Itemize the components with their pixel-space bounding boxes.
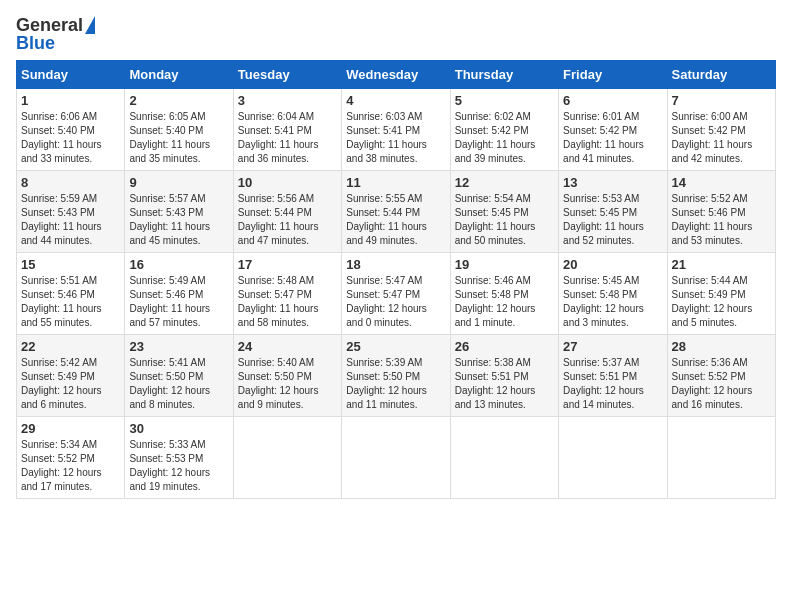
day-info: Sunrise: 5:48 AM Sunset: 5:47 PM Dayligh… xyxy=(238,274,337,330)
day-info: Sunrise: 5:57 AM Sunset: 5:43 PM Dayligh… xyxy=(129,192,228,248)
calendar-week-2: 8Sunrise: 5:59 AM Sunset: 5:43 PM Daylig… xyxy=(17,171,776,253)
day-info: Sunrise: 6:03 AM Sunset: 5:41 PM Dayligh… xyxy=(346,110,445,166)
day-info: Sunrise: 5:36 AM Sunset: 5:52 PM Dayligh… xyxy=(672,356,771,412)
day-number: 28 xyxy=(672,339,771,354)
calendar-cell xyxy=(342,417,450,499)
day-number: 1 xyxy=(21,93,120,108)
calendar-cell: 21Sunrise: 5:44 AM Sunset: 5:49 PM Dayli… xyxy=(667,253,775,335)
calendar-cell: 16Sunrise: 5:49 AM Sunset: 5:46 PM Dayli… xyxy=(125,253,233,335)
day-info: Sunrise: 5:51 AM Sunset: 5:46 PM Dayligh… xyxy=(21,274,120,330)
calendar-cell: 13Sunrise: 5:53 AM Sunset: 5:45 PM Dayli… xyxy=(559,171,667,253)
column-header-wednesday: Wednesday xyxy=(342,61,450,89)
calendar-cell: 28Sunrise: 5:36 AM Sunset: 5:52 PM Dayli… xyxy=(667,335,775,417)
calendar-cell xyxy=(450,417,558,499)
day-number: 21 xyxy=(672,257,771,272)
calendar-cell: 27Sunrise: 5:37 AM Sunset: 5:51 PM Dayli… xyxy=(559,335,667,417)
day-number: 13 xyxy=(563,175,662,190)
day-info: Sunrise: 6:02 AM Sunset: 5:42 PM Dayligh… xyxy=(455,110,554,166)
day-info: Sunrise: 5:45 AM Sunset: 5:48 PM Dayligh… xyxy=(563,274,662,330)
calendar-cell: 1Sunrise: 6:06 AM Sunset: 5:40 PM Daylig… xyxy=(17,89,125,171)
logo-text-general: General xyxy=(16,16,95,34)
calendar-cell: 3Sunrise: 6:04 AM Sunset: 5:41 PM Daylig… xyxy=(233,89,341,171)
calendar-cell xyxy=(559,417,667,499)
day-number: 2 xyxy=(129,93,228,108)
day-info: Sunrise: 5:42 AM Sunset: 5:49 PM Dayligh… xyxy=(21,356,120,412)
calendar-cell: 17Sunrise: 5:48 AM Sunset: 5:47 PM Dayli… xyxy=(233,253,341,335)
day-number: 5 xyxy=(455,93,554,108)
day-info: Sunrise: 6:04 AM Sunset: 5:41 PM Dayligh… xyxy=(238,110,337,166)
day-number: 22 xyxy=(21,339,120,354)
day-number: 12 xyxy=(455,175,554,190)
day-number: 15 xyxy=(21,257,120,272)
column-header-tuesday: Tuesday xyxy=(233,61,341,89)
calendar-body: 1Sunrise: 6:06 AM Sunset: 5:40 PM Daylig… xyxy=(17,89,776,499)
calendar-cell: 12Sunrise: 5:54 AM Sunset: 5:45 PM Dayli… xyxy=(450,171,558,253)
column-header-sunday: Sunday xyxy=(17,61,125,89)
day-number: 18 xyxy=(346,257,445,272)
calendar-cell: 29Sunrise: 5:34 AM Sunset: 5:52 PM Dayli… xyxy=(17,417,125,499)
day-number: 4 xyxy=(346,93,445,108)
calendar-cell: 22Sunrise: 5:42 AM Sunset: 5:49 PM Dayli… xyxy=(17,335,125,417)
column-header-friday: Friday xyxy=(559,61,667,89)
day-info: Sunrise: 6:06 AM Sunset: 5:40 PM Dayligh… xyxy=(21,110,120,166)
day-number: 23 xyxy=(129,339,228,354)
calendar-week-4: 22Sunrise: 5:42 AM Sunset: 5:49 PM Dayli… xyxy=(17,335,776,417)
calendar-cell: 24Sunrise: 5:40 AM Sunset: 5:50 PM Dayli… xyxy=(233,335,341,417)
day-number: 25 xyxy=(346,339,445,354)
day-info: Sunrise: 5:55 AM Sunset: 5:44 PM Dayligh… xyxy=(346,192,445,248)
calendar-cell: 18Sunrise: 5:47 AM Sunset: 5:47 PM Dayli… xyxy=(342,253,450,335)
day-number: 17 xyxy=(238,257,337,272)
day-info: Sunrise: 5:49 AM Sunset: 5:46 PM Dayligh… xyxy=(129,274,228,330)
calendar-cell: 9Sunrise: 5:57 AM Sunset: 5:43 PM Daylig… xyxy=(125,171,233,253)
day-info: Sunrise: 5:53 AM Sunset: 5:45 PM Dayligh… xyxy=(563,192,662,248)
day-number: 10 xyxy=(238,175,337,190)
day-info: Sunrise: 5:46 AM Sunset: 5:48 PM Dayligh… xyxy=(455,274,554,330)
logo: General Blue xyxy=(16,16,95,52)
calendar-cell: 2Sunrise: 6:05 AM Sunset: 5:40 PM Daylig… xyxy=(125,89,233,171)
calendar-cell: 11Sunrise: 5:55 AM Sunset: 5:44 PM Dayli… xyxy=(342,171,450,253)
day-info: Sunrise: 5:56 AM Sunset: 5:44 PM Dayligh… xyxy=(238,192,337,248)
calendar-cell: 7Sunrise: 6:00 AM Sunset: 5:42 PM Daylig… xyxy=(667,89,775,171)
day-info: Sunrise: 5:38 AM Sunset: 5:51 PM Dayligh… xyxy=(455,356,554,412)
day-number: 30 xyxy=(129,421,228,436)
day-info: Sunrise: 5:44 AM Sunset: 5:49 PM Dayligh… xyxy=(672,274,771,330)
day-number: 14 xyxy=(672,175,771,190)
calendar-cell: 4Sunrise: 6:03 AM Sunset: 5:41 PM Daylig… xyxy=(342,89,450,171)
calendar-header-row: SundayMondayTuesdayWednesdayThursdayFrid… xyxy=(17,61,776,89)
day-number: 8 xyxy=(21,175,120,190)
calendar-cell: 26Sunrise: 5:38 AM Sunset: 5:51 PM Dayli… xyxy=(450,335,558,417)
calendar-cell xyxy=(233,417,341,499)
calendar-cell: 15Sunrise: 5:51 AM Sunset: 5:46 PM Dayli… xyxy=(17,253,125,335)
day-number: 24 xyxy=(238,339,337,354)
page-header: General Blue xyxy=(16,16,776,52)
calendar-week-3: 15Sunrise: 5:51 AM Sunset: 5:46 PM Dayli… xyxy=(17,253,776,335)
calendar-week-5: 29Sunrise: 5:34 AM Sunset: 5:52 PM Dayli… xyxy=(17,417,776,499)
day-info: Sunrise: 5:39 AM Sunset: 5:50 PM Dayligh… xyxy=(346,356,445,412)
day-number: 20 xyxy=(563,257,662,272)
calendar-cell: 25Sunrise: 5:39 AM Sunset: 5:50 PM Dayli… xyxy=(342,335,450,417)
day-info: Sunrise: 5:59 AM Sunset: 5:43 PM Dayligh… xyxy=(21,192,120,248)
day-info: Sunrise: 6:00 AM Sunset: 5:42 PM Dayligh… xyxy=(672,110,771,166)
day-number: 11 xyxy=(346,175,445,190)
calendar-cell: 20Sunrise: 5:45 AM Sunset: 5:48 PM Dayli… xyxy=(559,253,667,335)
column-header-monday: Monday xyxy=(125,61,233,89)
day-info: Sunrise: 5:54 AM Sunset: 5:45 PM Dayligh… xyxy=(455,192,554,248)
day-number: 9 xyxy=(129,175,228,190)
calendar-cell: 19Sunrise: 5:46 AM Sunset: 5:48 PM Dayli… xyxy=(450,253,558,335)
day-info: Sunrise: 5:33 AM Sunset: 5:53 PM Dayligh… xyxy=(129,438,228,494)
calendar-cell: 8Sunrise: 5:59 AM Sunset: 5:43 PM Daylig… xyxy=(17,171,125,253)
logo-text-blue: Blue xyxy=(16,34,55,52)
day-number: 19 xyxy=(455,257,554,272)
calendar-cell: 14Sunrise: 5:52 AM Sunset: 5:46 PM Dayli… xyxy=(667,171,775,253)
day-info: Sunrise: 6:05 AM Sunset: 5:40 PM Dayligh… xyxy=(129,110,228,166)
day-number: 26 xyxy=(455,339,554,354)
day-number: 6 xyxy=(563,93,662,108)
day-number: 7 xyxy=(672,93,771,108)
calendar-cell: 10Sunrise: 5:56 AM Sunset: 5:44 PM Dayli… xyxy=(233,171,341,253)
calendar-cell: 5Sunrise: 6:02 AM Sunset: 5:42 PM Daylig… xyxy=(450,89,558,171)
day-number: 16 xyxy=(129,257,228,272)
day-number: 27 xyxy=(563,339,662,354)
calendar-week-1: 1Sunrise: 6:06 AM Sunset: 5:40 PM Daylig… xyxy=(17,89,776,171)
calendar-cell: 30Sunrise: 5:33 AM Sunset: 5:53 PM Dayli… xyxy=(125,417,233,499)
column-header-saturday: Saturday xyxy=(667,61,775,89)
